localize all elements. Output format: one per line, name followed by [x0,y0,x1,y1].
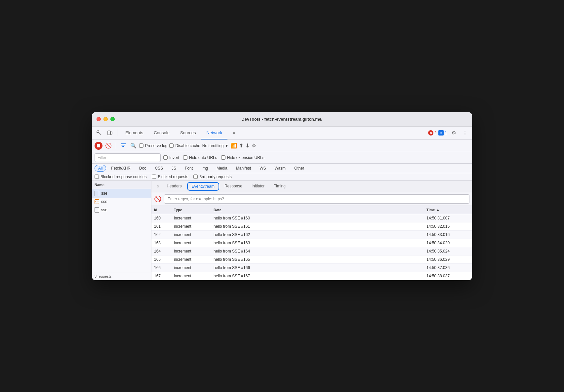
tab-console[interactable]: Console [148,126,175,139]
main-tabs: Elements Console Sources Network » [120,126,427,139]
event-row[interactable]: 163 increment hello from SSE #163 14:50:… [151,239,472,247]
event-type: increment [174,249,214,254]
error-badge[interactable]: ✕ 2 [428,130,437,136]
type-filter-css[interactable]: CSS [151,165,167,172]
type-filter-media[interactable]: Media [213,165,231,172]
type-filter-js[interactable]: JS [168,165,180,172]
tab-more[interactable]: » [227,126,240,139]
event-rows: 160 increment hello from SSE #160 14:50:… [151,214,472,280]
console-count: 1 [445,131,447,135]
type-filter-fetch-xhr[interactable]: Fetch/XHR [107,165,134,172]
network-settings-icon[interactable]: ⚙ [252,142,256,149]
sse-icon: <> [95,199,99,204]
hide-data-urls-checkbox[interactable] [183,155,187,160]
device-toggle-button[interactable] [105,128,114,137]
tab-timing[interactable]: Timing [269,181,290,192]
preserve-log-label[interactable]: Preserve log [139,143,167,148]
blocked-cookies-checkbox[interactable] [95,175,99,179]
hide-ext-urls-label[interactable]: Hide extension URLs [221,155,264,160]
sort-arrow-icon[interactable]: ▲ [436,208,439,212]
event-time: 14:50:35.024 [426,249,469,254]
filter-checkboxes: Invert Hide data URLs Hide extension URL… [163,155,264,160]
event-id: 167 [154,274,174,278]
event-row[interactable]: 164 increment hello from SSE #164 14:50:… [151,247,472,255]
settings-button[interactable]: ⚙ [449,128,458,137]
close-detail-button[interactable]: × [154,182,162,190]
regex-input[interactable] [164,194,469,204]
invert-checkbox[interactable] [163,155,168,160]
event-table[interactable]: Id Type Data Time ▲ 160 increment hello … [151,206,472,280]
search-button[interactable]: 🔍 [129,142,137,150]
tab-response[interactable]: Response [220,181,247,192]
disable-cache-label[interactable]: Disable cache [169,143,200,148]
request-list-header: Name [92,181,151,189]
third-party-label[interactable]: 3rd-party requests [193,175,231,179]
event-row[interactable]: 166 increment hello from SSE #166 14:50:… [151,264,472,272]
type-filter-other[interactable]: Other [291,165,308,172]
window-title: DevTools - fetch-eventstream.glitch.me/ [241,117,322,122]
throttle-select[interactable]: No throttling ▼ [202,143,229,148]
type-filter-font[interactable]: Font [181,165,196,172]
preserve-log-checkbox[interactable] [139,143,143,148]
request-list: Name sse <> sse sse 3 requests [92,181,151,280]
type-filter-manifest[interactable]: Manifest [232,165,255,172]
event-time: 14:50:33.016 [426,232,469,237]
event-row[interactable]: 167 increment hello from SSE #167 14:50:… [151,272,472,280]
event-id: 160 [154,216,174,220]
event-time: 14:50:31.007 [426,216,469,220]
invert-label[interactable]: Invert [163,155,179,160]
svg-rect-2 [111,132,112,134]
disable-cache-checkbox[interactable] [169,143,174,148]
type-filter-wasm[interactable]: Wasm [271,165,290,172]
blocked-requests-checkbox[interactable] [152,175,156,179]
third-party-checkbox[interactable] [193,175,198,179]
minimize-button[interactable] [103,117,108,121]
upload-icon[interactable]: ⬆ [239,142,243,149]
request-item-sse-plain[interactable]: sse [92,206,151,214]
record-button[interactable] [95,142,102,150]
event-row[interactable]: 161 increment hello from SSE #161 14:50:… [151,222,472,231]
event-data: hello from SSE #164 [214,249,426,254]
event-id: 161 [154,224,174,229]
type-filter-doc[interactable]: Doc [136,165,150,172]
request-item-sse-doc[interactable]: sse [92,189,151,198]
event-time: 14:50:38.037 [426,274,469,278]
hide-ext-urls-checkbox[interactable] [221,155,225,160]
col-header-data: Data [214,208,426,212]
tab-network[interactable]: Network [201,126,228,139]
event-row[interactable]: 165 increment hello from SSE #165 14:50:… [151,255,472,264]
download-icon[interactable]: ⬇ [245,142,250,149]
blocked-requests-label[interactable]: Blocked requests [152,175,188,179]
event-type: increment [174,241,214,245]
request-name-sse-doc: sse [101,191,107,196]
tab-sources[interactable]: Sources [175,126,201,139]
console-badge[interactable]: ≡ 1 [438,130,447,136]
event-id: 164 [154,249,174,254]
filter-input[interactable] [95,153,161,162]
more-options-button[interactable]: ⋮ [460,128,469,137]
event-row[interactable]: 162 increment hello from SSE #162 14:50:… [151,231,472,239]
blocked-cookies-label[interactable]: Blocked response cookies [95,175,146,179]
event-time: 14:50:36.029 [426,257,469,262]
col-header-type: Type [174,208,214,212]
type-filter-img[interactable]: Img [198,165,212,172]
event-row[interactable]: 160 increment hello from SSE #160 14:50:… [151,214,472,222]
tab-headers[interactable]: Headers [162,181,186,192]
tab-elements[interactable]: Elements [120,126,148,139]
type-filter-ws[interactable]: WS [256,165,269,172]
event-time: 14:50:32.015 [426,224,469,229]
tab-initiator[interactable]: Initiator [247,181,269,192]
tab-eventstream[interactable]: EventStream [187,182,219,191]
event-type: increment [174,216,214,220]
maximize-button[interactable] [110,117,115,121]
regex-bar: 🚫 [151,192,472,206]
request-item-sse-sse[interactable]: <> sse [92,198,151,206]
type-filter-all[interactable]: All [95,165,106,172]
event-type: increment [174,257,214,262]
clear-button[interactable]: 🚫 [104,142,112,150]
inspect-element-button[interactable] [95,128,104,137]
filter-button[interactable] [119,142,127,150]
hide-data-urls-label[interactable]: Hide data URLs [183,155,217,160]
detail-tabs: × Headers EventStream Response Initiator… [151,181,472,192]
close-button[interactable] [97,117,101,121]
